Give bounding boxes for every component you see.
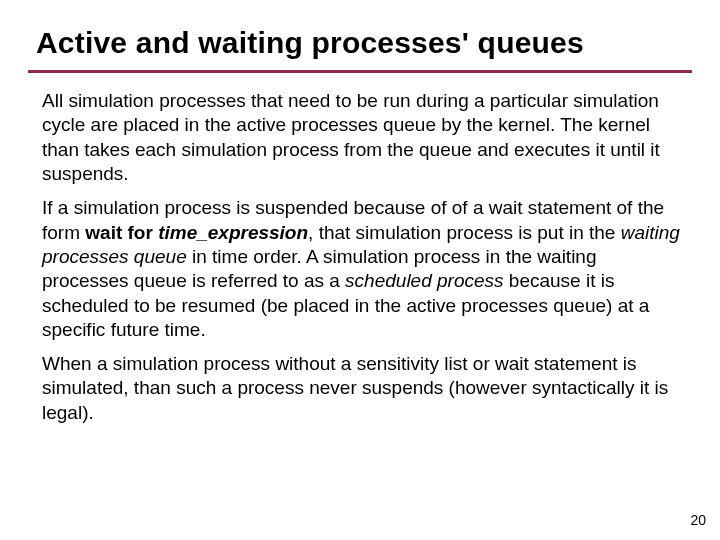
paragraph-2: If a simulation process is suspended bec… (42, 196, 686, 342)
horizontal-rule (28, 70, 692, 73)
slide: Active and waiting processes' queues All… (0, 0, 720, 540)
page-number: 20 (690, 512, 706, 528)
slide-body: All simulation processes that need to be… (28, 89, 692, 425)
slide-title: Active and waiting processes' queues (36, 26, 692, 60)
paragraph-1: All simulation processes that need to be… (42, 89, 686, 186)
p2-time-expression: time_expression (158, 222, 308, 243)
p2-wait-for: wait for (85, 222, 158, 243)
paragraph-3: When a simulation process without a sens… (42, 352, 686, 425)
p2-text-d: , that simulation process is put in the (308, 222, 621, 243)
p2-scheduled-process: scheduled process (345, 270, 503, 291)
